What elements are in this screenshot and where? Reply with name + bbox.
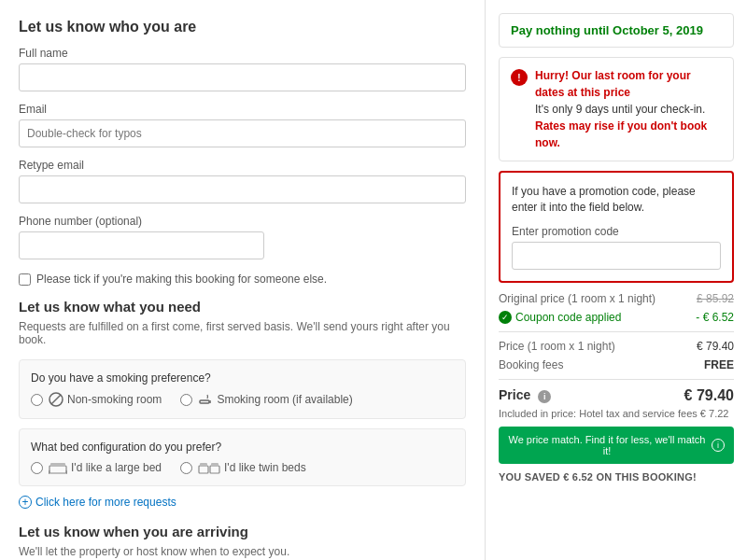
arriving-section-title: Let us know when you are arriving [19, 524, 466, 539]
svg-rect-9 [210, 466, 219, 473]
email-label: Email [19, 103, 466, 116]
no-smoking-icon [49, 392, 63, 407]
coupon-row: ✓ Coupon code applied - € 6.52 [499, 311, 734, 324]
pay-nothing-text: Pay nothing until October 5, 2019 [511, 23, 703, 37]
total-value: € 79.40 [684, 387, 734, 404]
price-divider-2 [499, 379, 734, 380]
need-section-title: Let us know what you need [19, 299, 466, 315]
svg-rect-4 [49, 466, 66, 473]
svg-rect-11 [211, 463, 218, 467]
total-label: Price i [499, 387, 551, 403]
phone-label: Phone number (optional) [19, 215, 466, 228]
left-panel: Let us know who you are Full name Email … [0, 0, 486, 560]
info-circle-icon: i [712, 439, 725, 452]
coupon-value: - € 6.52 [696, 311, 734, 324]
smoking-radio[interactable] [180, 394, 192, 406]
full-name-label: Full name [19, 47, 466, 60]
svg-line-1 [51, 395, 61, 404]
smoking-icon [198, 392, 213, 407]
bed-preference-group: What bed configuration do you prefer? I'… [19, 428, 466, 486]
non-smoking-radio[interactable] [31, 394, 43, 406]
retype-email-field-group: Retype email [19, 159, 466, 203]
more-requests-link[interactable]: + Click here for more requests [19, 496, 466, 509]
price-match-button[interactable]: We price match. Find it for less, we'll … [499, 427, 734, 464]
original-price-row: Original price (1 room x 1 night) £ 85.9… [499, 292, 734, 305]
promo-desc: If you have a promotion code, please ent… [512, 184, 721, 216]
twin-beds-option[interactable]: I'd like twin beds [180, 461, 306, 474]
price-breakdown: Original price (1 room x 1 night) £ 85.9… [499, 292, 734, 483]
promo-box: If you have a promotion code, please ent… [499, 171, 734, 283]
email-input[interactable] [19, 119, 466, 147]
retype-email-input[interactable] [19, 175, 466, 203]
price-divider [499, 331, 734, 332]
someone-else-label: Please tick if you're making this bookin… [36, 273, 327, 286]
original-price-label: Original price (1 room x 1 night) [499, 292, 655, 305]
urgency-box: ! Hurry! Our last room for your dates at… [499, 57, 734, 161]
twin-beds-label: I'd like twin beds [224, 461, 306, 474]
retype-email-label: Retype email [19, 159, 466, 172]
bed-question: What bed configuration do you prefer? [31, 441, 454, 454]
large-bed-icon [49, 461, 67, 474]
urgency-icon: ! [511, 69, 528, 86]
price-match-label: We price match. Find it for less, we'll … [508, 434, 706, 456]
requests-desc: Requests are fulfilled on a first come, … [19, 320, 466, 346]
pay-nothing-bar: Pay nothing until October 5, 2019 [499, 13, 734, 48]
svg-line-7 [66, 470, 67, 474]
large-bed-radio[interactable] [31, 462, 43, 474]
svg-line-6 [49, 470, 49, 474]
urgency-text: Hurry! Our last room for your dates at t… [535, 67, 722, 151]
urgency-title: Hurry! Our last room for your dates at t… [535, 69, 691, 99]
full-name-field-group: Full name [19, 47, 466, 91]
price-value: € 79.40 [697, 340, 734, 353]
urgency-body: It's only 9 days until your check-in. [535, 103, 705, 116]
large-bed-label: I'd like a large bed [71, 461, 162, 474]
bed-radio-row: I'd like a large bed I'd like twin beds [31, 461, 454, 474]
promo-code-input[interactable] [512, 242, 721, 270]
booking-fees-label: Booking fees [499, 358, 563, 371]
twin-beds-radio[interactable] [180, 462, 192, 474]
smoking-label: Smoking room (if available) [217, 393, 352, 406]
booking-fees-value: FREE [704, 358, 734, 371]
booking-fees-row: Booking fees FREE [499, 358, 734, 371]
someone-else-checkbox-row: Please tick if you're making this bookin… [19, 273, 466, 286]
coupon-badge: ✓ Coupon code applied [499, 311, 621, 324]
full-name-input[interactable] [19, 63, 466, 91]
svg-rect-8 [199, 466, 208, 473]
urgency-link: Rates may rise if you don't book now. [535, 119, 707, 149]
plus-circle-icon: + [19, 496, 32, 509]
more-requests-label: Click here for more requests [35, 496, 176, 509]
info-icon[interactable]: i [538, 390, 551, 403]
svg-rect-5 [50, 463, 65, 467]
non-smoking-label: Non-smoking room [67, 393, 162, 406]
svg-rect-10 [200, 463, 207, 467]
twin-beds-icon [198, 461, 220, 474]
phone-field-group: Phone number (optional) [19, 215, 466, 259]
original-price-value: £ 85.92 [697, 292, 734, 305]
smoking-option[interactable]: Smoking room (if available) [180, 392, 352, 407]
someone-else-checkbox[interactable] [19, 273, 31, 286]
coupon-check-icon: ✓ [499, 311, 512, 324]
arriving-desc: We'll let the property or host know when… [19, 545, 466, 558]
email-field-group: Email [19, 103, 466, 147]
included-price-note: Included in price: Hotel tax and service… [499, 408, 734, 419]
price-row: Price (1 room x 1 night) € 79.40 [499, 340, 734, 353]
total-label-text: Price [499, 387, 530, 402]
svg-rect-2 [200, 400, 209, 403]
coupon-label: Coupon code applied [515, 311, 621, 324]
who-section-title: Let us know who you are [19, 19, 466, 35]
smoking-question: Do you have a smoking preference? [31, 371, 454, 385]
total-row: Price i € 79.40 [499, 387, 734, 404]
promo-label: Enter promotion code [512, 225, 721, 238]
price-label: Price (1 room x 1 night) [499, 340, 615, 353]
non-smoking-option[interactable]: Non-smoking room [31, 392, 162, 407]
smoking-preference-group: Do you have a smoking preference? Non-sm… [19, 359, 466, 419]
arriving-section: Let us know when you are arriving We'll … [19, 524, 466, 560]
savings-note: YOU SAVED € 6.52 ON THIS BOOKING! [499, 471, 734, 483]
smoking-radio-row: Non-smoking room Smoking room (if availa… [31, 392, 454, 407]
phone-input[interactable] [19, 231, 264, 259]
right-panel: Pay nothing until October 5, 2019 ! Hurr… [486, 0, 747, 560]
large-bed-option[interactable]: I'd like a large bed [31, 461, 162, 474]
